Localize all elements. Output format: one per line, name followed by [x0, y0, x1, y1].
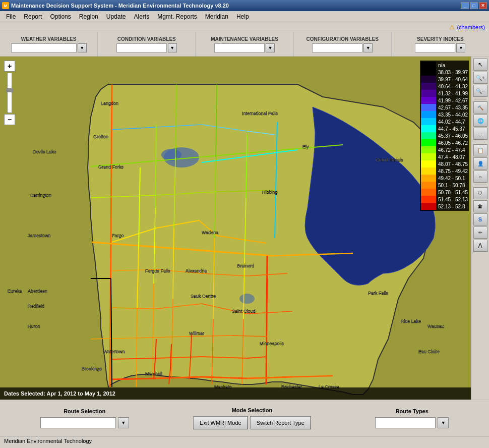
legend-item: 43.35 - 44.02	[421, 111, 468, 118]
svg-text:Jamestown: Jamestown	[28, 233, 51, 238]
route-types-dropdown[interactable]: ▼	[438, 417, 449, 428]
legend-item: 47.4 - 48.07	[421, 153, 468, 160]
menu-update[interactable]: Update	[102, 12, 130, 21]
alert-email-link[interactable]: (chambers)	[457, 24, 485, 30]
route-selection-group: Route Selection ▼	[40, 408, 129, 428]
svg-text:Sauk Centre: Sauk Centre	[191, 294, 216, 299]
configuration-variable-dropdown[interactable]: ▼	[363, 43, 373, 52]
text-tool-button[interactable]: S	[473, 213, 487, 226]
variable-bar: WEATHER VARIABLES Air Temperature (°F) ▼…	[0, 32, 489, 57]
alpha-button[interactable]: A	[473, 240, 487, 252]
svg-text:Willmar: Willmar	[189, 331, 204, 336]
legend-item: 50.78 - 51.45	[421, 189, 468, 196]
bottom-panel: Route Selection ▼ Mode Selection Exit WM…	[0, 400, 489, 436]
route-types-select[interactable]: MDSS Routes	[375, 417, 436, 428]
svg-line-38	[112, 378, 156, 379]
switch-report-type-button[interactable]: Switch Report Type	[250, 416, 311, 429]
menu-report[interactable]: Report	[20, 12, 46, 21]
close-button[interactable]: ✕	[479, 2, 487, 9]
weather-variable-dropdown[interactable]: ▼	[78, 43, 87, 52]
svg-text:Grafton: Grafton	[93, 134, 108, 139]
zoom-in-tool-button[interactable]: 🔍+	[473, 72, 487, 84]
svg-text:Park Falls: Park Falls	[368, 291, 389, 296]
condition-variables-label: CONDITION VARIABLES	[117, 36, 176, 42]
zoom-slider[interactable]	[7, 73, 12, 113]
maintenance-variables-group: MAINTENANCE VARIABLES None ▼	[196, 32, 293, 56]
minimize-button[interactable]: _	[461, 2, 469, 9]
route-selection-label: Route Selection	[40, 408, 129, 414]
svg-text:Fergus Falls: Fergus Falls	[145, 268, 170, 273]
condition-variable-dropdown[interactable]: ▼	[168, 43, 177, 52]
severity-index-select[interactable]: None	[415, 43, 455, 52]
right-toolbar: ↖ 🔍+ 🔍− 🔨 🌐 ··· 📋 👤 ○ 🛡 🛣 S ✏ A	[471, 57, 489, 400]
svg-text:Wadena: Wadena	[202, 230, 218, 235]
maintenance-variable-dropdown[interactable]: ▼	[266, 43, 275, 52]
zoom-in-button[interactable]: +	[4, 61, 15, 72]
svg-text:Ely: Ely	[302, 144, 309, 149]
menu-meridian[interactable]: Meridian	[201, 12, 232, 21]
weather-variable-select[interactable]: Air Temperature (°F)	[11, 43, 77, 52]
svg-text:Marshall: Marshall	[145, 371, 162, 376]
svg-text:Eau Claire: Eau Claire	[418, 349, 440, 354]
svg-text:Brookings: Brookings	[82, 366, 102, 371]
menu-alerts[interactable]: Alerts	[130, 12, 153, 21]
maintenance-variables-label: MAINTENANCE VARIABLES	[211, 36, 278, 42]
map-svg: Langdon International Falls Grafton Devi…	[0, 57, 471, 400]
road-button[interactable]: 🛣	[473, 200, 487, 212]
menu-mgmt-reports[interactable]: Mgmt. Reports	[153, 12, 201, 21]
mode-selection-label: Mode Selection	[193, 407, 311, 413]
svg-text:Alexandria: Alexandria	[186, 268, 207, 273]
globe-button[interactable]: 🌐	[473, 115, 487, 127]
severity-index-dropdown[interactable]: ▼	[456, 43, 465, 52]
svg-text:Eureka: Eureka	[8, 289, 22, 294]
svg-text:Rice Lake: Rice Lake	[401, 319, 421, 324]
zoom-out-button[interactable]: −	[4, 114, 15, 125]
configuration-variables-group: CONFIGURATION VARIABLES None ▼	[294, 32, 392, 56]
route-selection-input[interactable]	[40, 417, 116, 428]
legend-item: 40.64 - 41.32	[421, 83, 468, 90]
toolbar-divider-2	[474, 142, 486, 142]
clipboard-button[interactable]: 📋	[473, 144, 487, 156]
condition-variables-group: CONDITION VARIABLES None ▼	[98, 32, 196, 56]
maximize-button[interactable]: □	[470, 2, 478, 9]
svg-text:Minneapolis: Minneapolis	[260, 341, 284, 346]
route-types-label: Route Types	[375, 408, 449, 414]
svg-text:Hibbing: Hibbing	[262, 190, 278, 195]
window-title: Maintenance Decision Support System - Me…	[11, 3, 229, 9]
mode-selection-group: Mode Selection Exit WMRI Mode Switch Rep…	[193, 407, 311, 429]
legend-item: 41.99 - 42.67	[421, 97, 468, 104]
tools-button[interactable]: 🔨	[473, 101, 487, 114]
svg-text:Saint Cloud: Saint Cloud	[232, 309, 256, 314]
maintenance-variable-select[interactable]: None	[214, 43, 265, 52]
cursor-tool-button[interactable]: ↖	[473, 59, 487, 71]
menu-file[interactable]: File	[2, 12, 20, 21]
legend-item: 44.02 - 44.7	[421, 118, 468, 125]
shield-button[interactable]: 🛡	[473, 187, 487, 199]
title-bar: M Maintenance Decision Support System - …	[0, 0, 489, 11]
legend-item: 38.03 - 39.97	[421, 69, 468, 76]
route-selection-dropdown[interactable]: ▼	[118, 417, 129, 428]
zoom-handle[interactable]	[6, 88, 13, 92]
configuration-variable-select[interactable]: None	[312, 43, 362, 52]
legend-item: 51.45 - 52.13	[421, 196, 468, 203]
condition-variable-select[interactable]: None	[116, 43, 167, 52]
layers-button[interactable]: ···	[473, 128, 487, 140]
zoom-out-tool-button[interactable]: 🔍−	[473, 85, 487, 97]
exit-wmri-mode-button[interactable]: Exit WMRI Mode	[193, 416, 248, 429]
menu-help[interactable]: Help	[232, 12, 253, 21]
user-button[interactable]: 👤	[473, 157, 487, 170]
annotation-button[interactable]: ✏	[473, 227, 487, 239]
menu-region[interactable]: Region	[75, 12, 102, 21]
toolbar-divider-3	[474, 185, 486, 185]
svg-text:Redfield: Redfield	[28, 304, 44, 309]
menu-options[interactable]: Options	[46, 12, 75, 21]
legend-item: 49.42 - 50.1	[421, 175, 468, 182]
svg-text:Brainerd: Brainerd	[237, 263, 254, 268]
legend-label-0: n/a	[438, 63, 445, 68]
legend-item: 44.7 - 45.37	[421, 125, 468, 132]
svg-text:Fargo: Fargo	[112, 233, 124, 238]
date-range-text: Dates Selected: Apr 1, 2012 to May 1, 20…	[4, 390, 115, 397]
toolbar-divider-1	[474, 99, 486, 99]
circle-button[interactable]: ○	[473, 171, 487, 183]
map-container[interactable]: Langdon International Falls Grafton Devi…	[0, 57, 489, 400]
